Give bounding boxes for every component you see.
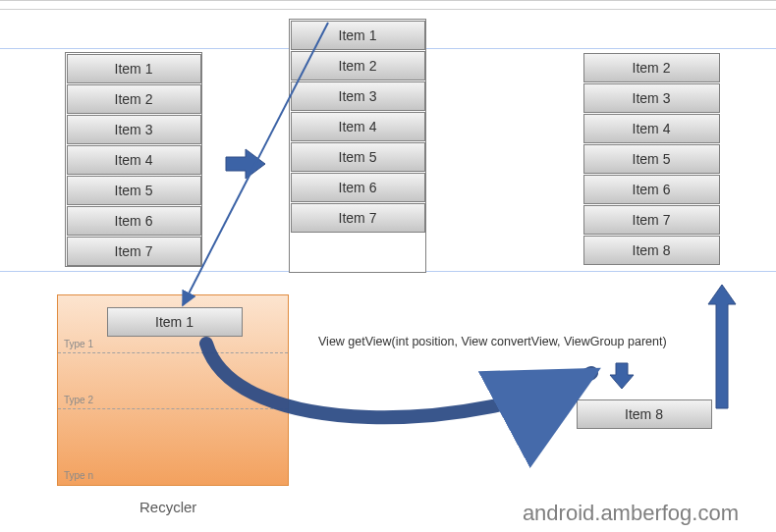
list-item: Item 1 xyxy=(67,54,201,83)
svg-marker-2 xyxy=(708,285,736,408)
recycler-caption: Recycler xyxy=(139,499,196,515)
list-item: Item 1 xyxy=(291,21,425,50)
recycler-divider xyxy=(58,352,288,353)
svg-marker-0 xyxy=(226,149,265,179)
list-item: Item 4 xyxy=(291,112,425,141)
list-item: Item 7 xyxy=(291,203,425,233)
list-item: Item 4 xyxy=(67,145,201,175)
list-item: Item 7 xyxy=(67,237,201,266)
footer-brand: android.amberfog.com xyxy=(523,501,739,526)
arrow-right-icon xyxy=(224,147,267,181)
method-signature: View getView(int position, View convertV… xyxy=(318,335,667,348)
list-item: Item 7 xyxy=(583,205,720,235)
recycler-type-label: Type n xyxy=(64,470,93,481)
list-item: Item 6 xyxy=(583,175,720,204)
list-item: Item 6 xyxy=(291,173,425,202)
list-item: Item 6 xyxy=(67,206,201,236)
list-item: Item 3 xyxy=(67,115,201,144)
svg-marker-1 xyxy=(610,363,634,389)
list-item: Item 5 xyxy=(583,144,720,174)
list-item: Item 5 xyxy=(67,176,201,205)
list-after: Item 2 Item 3 Item 4 Item 5 Item 6 Item … xyxy=(582,52,720,265)
list-before: Item 1 Item 2 Item 3 Item 4 Item 5 Item … xyxy=(65,52,202,267)
list-item: Item 3 xyxy=(291,81,425,111)
recycler-type-label: Type 1 xyxy=(64,339,93,349)
list-item: Item 2 xyxy=(291,51,425,80)
list-item: Item 3 xyxy=(583,83,720,113)
list-item: Item 4 xyxy=(583,114,720,143)
recycler-divider xyxy=(58,408,288,409)
recycler-type-label: Type 2 xyxy=(64,395,93,405)
list-item: Item 2 xyxy=(67,84,201,114)
list-scrolled: Item 1 Item 2 Item 3 Item 4 Item 5 Item … xyxy=(289,19,426,273)
list-item: Item 5 xyxy=(291,142,425,172)
list-item: Item 2 xyxy=(583,53,720,82)
list-item: Item 8 xyxy=(583,236,720,265)
new-item: Item 8 xyxy=(577,399,712,429)
window-border-inner xyxy=(0,9,776,10)
recycled-item: Item 1 xyxy=(107,307,243,337)
arrow-up-icon xyxy=(707,283,737,410)
arrow-down-icon xyxy=(609,361,635,391)
window-border-top xyxy=(0,0,776,1)
